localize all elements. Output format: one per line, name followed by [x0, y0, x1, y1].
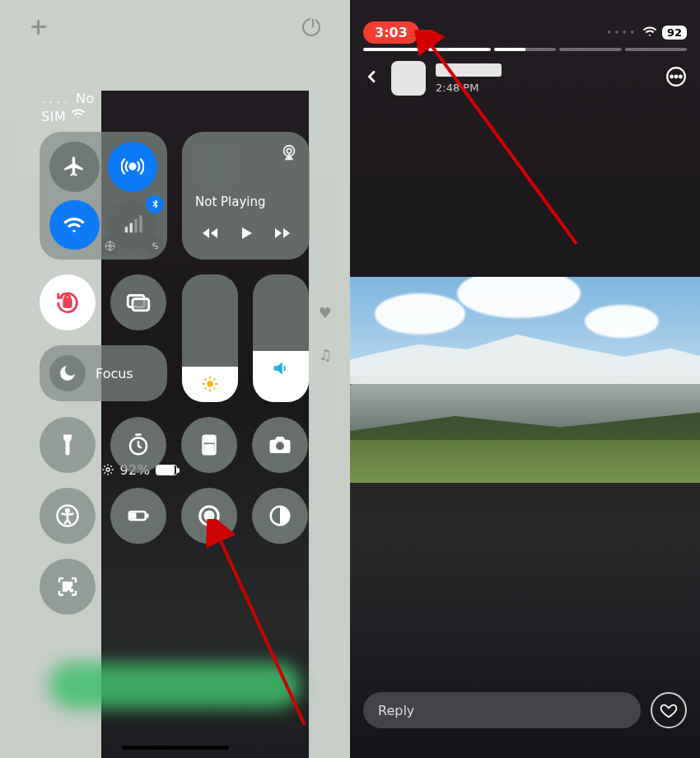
heart-icon: ♥ — [319, 304, 332, 321]
story-timestamp: 2:48 PM — [436, 82, 502, 94]
focus-label: Focus — [96, 366, 133, 381]
focus-button[interactable]: Focus — [40, 345, 167, 401]
svg-rect-9 — [64, 299, 72, 307]
airdrop-button[interactable] — [108, 142, 158, 192]
power-icon[interactable] — [302, 18, 320, 36]
svg-rect-4 — [134, 219, 138, 232]
rotation-lock-button[interactable] — [40, 274, 96, 330]
wifi-button[interactable] — [49, 200, 100, 250]
story-segment[interactable] — [625, 48, 687, 51]
story-segment[interactable] — [559, 48, 621, 51]
timer-button[interactable] — [110, 417, 166, 473]
play-icon[interactable] — [236, 223, 256, 246]
battery-pill: 92 — [662, 26, 687, 40]
svg-rect-15 — [205, 437, 213, 442]
story-segment[interactable] — [428, 48, 490, 51]
story-segment[interactable] — [363, 48, 425, 51]
signal-dots: .... — [41, 91, 71, 106]
add-control-icon[interactable] — [30, 18, 48, 36]
background-notification-blur — [49, 662, 301, 709]
reply-placeholder: Reply — [378, 703, 414, 718]
story-content-image[interactable] — [350, 277, 700, 483]
camera-button[interactable] — [252, 417, 308, 473]
story-progress-bar[interactable] — [363, 48, 687, 51]
svg-point-41 — [679, 76, 682, 78]
airplay-icon[interactable] — [280, 143, 298, 165]
svg-point-40 — [675, 76, 678, 78]
user-name-redacted — [436, 63, 502, 77]
media-controls — [182, 223, 310, 246]
svg-point-16 — [205, 445, 208, 447]
bluetooth-mini-button[interactable] — [146, 195, 164, 213]
low-power-button[interactable] — [110, 488, 166, 544]
svg-rect-3 — [129, 222, 133, 232]
screen-mirror-button[interactable] — [110, 274, 166, 330]
svg-point-22 — [205, 452, 208, 454]
svg-rect-2 — [124, 227, 128, 232]
svg-point-8 — [287, 148, 292, 153]
now-playing-label: Not Playing — [195, 194, 266, 209]
next-track-icon[interactable] — [273, 223, 292, 246]
svg-rect-28 — [131, 514, 135, 518]
side-indicators: ♥ ♫ — [319, 304, 332, 363]
volume-slider[interactable] — [253, 274, 309, 402]
svg-point-18 — [212, 445, 214, 447]
qr-scan-button[interactable] — [40, 559, 96, 615]
statusbar: 3:03 •••• 92 — [350, 21, 700, 44]
wifi-status-icon — [642, 24, 657, 42]
svg-point-30 — [205, 512, 213, 520]
svg-rect-11 — [133, 299, 149, 311]
svg-rect-34 — [63, 587, 67, 591]
flashlight-button[interactable] — [40, 417, 96, 473]
control-center-screen: .... No SIM 92% — [0, 0, 350, 758]
svg-point-17 — [208, 445, 211, 447]
cellular-button[interactable] — [108, 200, 158, 250]
screen-record-button[interactable] — [181, 488, 237, 544]
media-tile[interactable]: Not Playing — [182, 132, 310, 260]
story-header: 2:48 PM — [350, 61, 700, 96]
album-art-placeholder — [194, 143, 238, 188]
wifi-status-icon — [71, 106, 86, 124]
recording-indicator-pill[interactable]: 3:03 — [363, 21, 419, 44]
svg-rect-5 — [139, 215, 142, 232]
svg-point-20 — [208, 448, 211, 451]
svg-point-26 — [66, 509, 69, 512]
reply-input[interactable]: Reply — [363, 692, 641, 728]
story-recording-screen: 3:03 •••• 92 2:48 PM Reply — [350, 0, 700, 758]
story-segment[interactable] — [494, 48, 556, 51]
connectivity-tile[interactable] — [40, 132, 167, 260]
like-button[interactable] — [651, 692, 687, 728]
satellite-mini-button[interactable] — [101, 236, 119, 255]
svg-point-24 — [212, 452, 214, 454]
svg-rect-36 — [71, 590, 72, 592]
signal-dots: •••• — [606, 28, 637, 37]
brightness-slider[interactable] — [182, 274, 238, 402]
svg-point-23 — [208, 452, 211, 454]
dark-mode-button[interactable] — [252, 488, 308, 544]
calculator-button[interactable] — [181, 417, 237, 473]
svg-rect-32 — [63, 583, 67, 586]
back-button[interactable] — [363, 68, 381, 89]
accessibility-button[interactable] — [40, 488, 96, 544]
svg-point-19 — [205, 448, 208, 451]
cc-top-controls — [0, 18, 350, 36]
svg-point-39 — [670, 76, 673, 78]
user-avatar[interactable] — [391, 61, 426, 96]
personal-hotspot-mini-button[interactable] — [146, 236, 164, 255]
cc-tile-grid: Not Playing — [40, 132, 310, 615]
svg-point-21 — [212, 448, 214, 451]
home-indicator[interactable] — [122, 746, 229, 750]
svg-rect-33 — [68, 583, 72, 586]
svg-point-1 — [129, 164, 135, 170]
airplane-mode-button[interactable] — [49, 142, 100, 192]
moon-icon — [49, 355, 86, 391]
music-note-icon: ♫ — [319, 346, 332, 363]
svg-point-12 — [207, 381, 212, 386]
prev-track-icon[interactable] — [200, 223, 220, 246]
more-options-button[interactable] — [665, 66, 687, 91]
